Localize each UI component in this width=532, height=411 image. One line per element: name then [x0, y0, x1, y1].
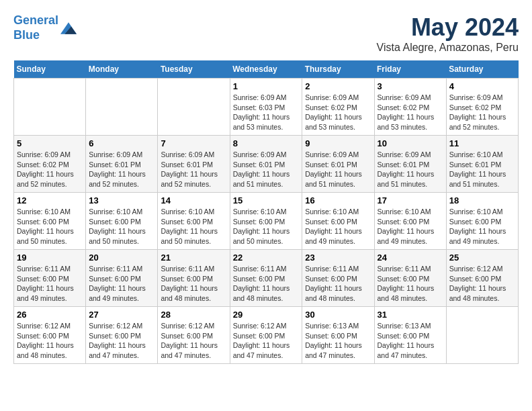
day-info: Sunrise: 6:10 AM Sunset: 6:00 PM Dayligh… [17, 207, 83, 246]
calendar-cell: 13Sunrise: 6:10 AM Sunset: 6:00 PM Dayli… [86, 193, 158, 250]
calendar-cell: 10Sunrise: 6:09 AM Sunset: 6:01 PM Dayli… [374, 136, 446, 193]
day-info: Sunrise: 6:12 AM Sunset: 6:00 PM Dayligh… [161, 321, 226, 361]
day-info: Sunrise: 6:09 AM Sunset: 6:03 PM Dayligh… [233, 93, 300, 132]
day-number: 3 [378, 81, 443, 91]
day-number: 25 [449, 253, 515, 263]
day-info: Sunrise: 6:09 AM Sunset: 6:02 PM Dayligh… [17, 150, 83, 189]
weekday-header-thursday: Thursday [302, 60, 374, 79]
day-info: Sunrise: 6:09 AM Sunset: 6:01 PM Dayligh… [378, 150, 443, 189]
calendar-cell: 25Sunrise: 6:12 AM Sunset: 6:00 PM Dayli… [446, 250, 518, 307]
weekday-header-sunday: Sunday [14, 60, 86, 79]
day-info: Sunrise: 6:09 AM Sunset: 6:02 PM Dayligh… [449, 93, 515, 132]
day-info: Sunrise: 6:11 AM Sunset: 6:00 PM Dayligh… [305, 264, 371, 304]
calendar-cell: 4Sunrise: 6:09 AM Sunset: 6:02 PM Daylig… [446, 79, 518, 136]
week-row-5: 26Sunrise: 6:12 AM Sunset: 6:00 PM Dayli… [14, 307, 519, 364]
logo-text: GeneralBlue [13, 13, 58, 42]
day-number: 26 [17, 310, 83, 320]
day-number: 16 [305, 195, 371, 205]
calendar-cell [86, 79, 158, 136]
week-row-4: 19Sunrise: 6:11 AM Sunset: 6:00 PM Dayli… [14, 250, 519, 307]
day-number: 6 [89, 138, 154, 148]
calendar-cell: 28Sunrise: 6:12 AM Sunset: 6:00 PM Dayli… [158, 307, 230, 364]
day-info: Sunrise: 6:13 AM Sunset: 6:00 PM Dayligh… [305, 321, 371, 361]
calendar-cell [158, 79, 230, 136]
day-number: 18 [449, 195, 515, 205]
day-number: 24 [378, 253, 443, 263]
calendar-cell: 15Sunrise: 6:10 AM Sunset: 6:00 PM Dayli… [230, 193, 302, 250]
calendar-cell: 31Sunrise: 6:13 AM Sunset: 6:00 PM Dayli… [374, 307, 446, 364]
day-number: 7 [161, 138, 226, 148]
day-info: Sunrise: 6:09 AM Sunset: 6:01 PM Dayligh… [89, 150, 154, 189]
weekday-header-wednesday: Wednesday [230, 60, 302, 79]
day-info: Sunrise: 6:09 AM Sunset: 6:01 PM Dayligh… [305, 150, 371, 189]
day-number: 31 [378, 310, 443, 320]
calendar-cell: 8Sunrise: 6:09 AM Sunset: 6:01 PM Daylig… [230, 136, 302, 193]
day-info: Sunrise: 6:12 AM Sunset: 6:00 PM Dayligh… [17, 321, 83, 361]
page-header: GeneralBlue May 2024 Vista Alegre, Amazo… [13, 13, 519, 54]
day-info: Sunrise: 6:12 AM Sunset: 6:00 PM Dayligh… [233, 321, 300, 361]
calendar-cell: 22Sunrise: 6:11 AM Sunset: 6:00 PM Dayli… [230, 250, 302, 307]
calendar-cell: 24Sunrise: 6:11 AM Sunset: 6:00 PM Dayli… [374, 250, 446, 307]
day-number: 23 [305, 253, 371, 263]
day-info: Sunrise: 6:11 AM Sunset: 6:00 PM Dayligh… [161, 264, 226, 304]
day-info: Sunrise: 6:09 AM Sunset: 6:01 PM Dayligh… [233, 150, 300, 189]
day-number: 4 [449, 81, 515, 91]
calendar-cell: 30Sunrise: 6:13 AM Sunset: 6:00 PM Dayli… [302, 307, 374, 364]
day-number: 12 [17, 195, 83, 205]
calendar-cell: 23Sunrise: 6:11 AM Sunset: 6:00 PM Dayli… [302, 250, 374, 307]
day-number: 30 [305, 310, 371, 320]
calendar-cell: 18Sunrise: 6:10 AM Sunset: 6:00 PM Dayli… [446, 193, 518, 250]
calendar-cell: 3Sunrise: 6:09 AM Sunset: 6:02 PM Daylig… [374, 79, 446, 136]
day-info: Sunrise: 6:12 AM Sunset: 6:00 PM Dayligh… [89, 321, 154, 361]
day-info: Sunrise: 6:10 AM Sunset: 6:00 PM Dayligh… [449, 207, 515, 246]
day-number: 14 [161, 195, 226, 205]
calendar-cell: 20Sunrise: 6:11 AM Sunset: 6:00 PM Dayli… [86, 250, 158, 307]
calendar-cell: 26Sunrise: 6:12 AM Sunset: 6:00 PM Dayli… [14, 307, 86, 364]
weekday-header-tuesday: Tuesday [158, 60, 230, 79]
day-number: 19 [17, 253, 83, 263]
day-info: Sunrise: 6:10 AM Sunset: 6:00 PM Dayligh… [233, 207, 300, 246]
day-info: Sunrise: 6:10 AM Sunset: 6:00 PM Dayligh… [161, 207, 226, 246]
day-number: 17 [378, 195, 443, 205]
day-number: 28 [161, 310, 226, 320]
calendar-cell: 9Sunrise: 6:09 AM Sunset: 6:01 PM Daylig… [302, 136, 374, 193]
day-info: Sunrise: 6:11 AM Sunset: 6:00 PM Dayligh… [233, 264, 300, 304]
day-number: 11 [449, 138, 515, 148]
calendar-table: SundayMondayTuesdayWednesdayThursdayFrid… [13, 60, 519, 364]
logo: GeneralBlue [13, 13, 77, 42]
day-number: 20 [89, 253, 154, 263]
week-row-2: 5Sunrise: 6:09 AM Sunset: 6:02 PM Daylig… [14, 136, 519, 193]
day-info: Sunrise: 6:11 AM Sunset: 6:00 PM Dayligh… [17, 264, 83, 304]
calendar-cell: 27Sunrise: 6:12 AM Sunset: 6:00 PM Dayli… [86, 307, 158, 364]
calendar-cell: 12Sunrise: 6:10 AM Sunset: 6:00 PM Dayli… [14, 193, 86, 250]
calendar-cell: 16Sunrise: 6:10 AM Sunset: 6:00 PM Dayli… [302, 193, 374, 250]
week-row-1: 1Sunrise: 6:09 AM Sunset: 6:03 PM Daylig… [14, 79, 519, 136]
calendar-cell: 1Sunrise: 6:09 AM Sunset: 6:03 PM Daylig… [230, 79, 302, 136]
day-info: Sunrise: 6:12 AM Sunset: 6:00 PM Dayligh… [449, 264, 515, 304]
day-number: 9 [305, 138, 371, 148]
day-number: 13 [89, 195, 154, 205]
calendar-cell: 7Sunrise: 6:09 AM Sunset: 6:01 PM Daylig… [158, 136, 230, 193]
day-number: 29 [233, 310, 300, 320]
day-info: Sunrise: 6:10 AM Sunset: 6:01 PM Dayligh… [449, 150, 515, 189]
month-title: May 2024 [377, 13, 519, 42]
day-number: 21 [161, 253, 226, 263]
day-info: Sunrise: 6:10 AM Sunset: 6:00 PM Dayligh… [305, 207, 371, 246]
calendar-cell [446, 307, 518, 364]
day-number: 15 [233, 195, 300, 205]
day-info: Sunrise: 6:09 AM Sunset: 6:02 PM Dayligh… [378, 93, 443, 132]
day-info: Sunrise: 6:10 AM Sunset: 6:00 PM Dayligh… [89, 207, 154, 246]
day-info: Sunrise: 6:13 AM Sunset: 6:00 PM Dayligh… [378, 321, 443, 361]
day-info: Sunrise: 6:09 AM Sunset: 6:01 PM Dayligh… [161, 150, 226, 189]
day-number: 8 [233, 138, 300, 148]
day-number: 10 [378, 138, 443, 148]
logo-icon [60, 22, 77, 34]
calendar-cell: 5Sunrise: 6:09 AM Sunset: 6:02 PM Daylig… [14, 136, 86, 193]
day-number: 2 [305, 81, 371, 91]
calendar-cell: 2Sunrise: 6:09 AM Sunset: 6:02 PM Daylig… [302, 79, 374, 136]
calendar-cell: 11Sunrise: 6:10 AM Sunset: 6:01 PM Dayli… [446, 136, 518, 193]
calendar-cell: 17Sunrise: 6:10 AM Sunset: 6:00 PM Dayli… [374, 193, 446, 250]
calendar-cell [14, 79, 86, 136]
calendar-cell: 14Sunrise: 6:10 AM Sunset: 6:00 PM Dayli… [158, 193, 230, 250]
day-number: 27 [89, 310, 154, 320]
